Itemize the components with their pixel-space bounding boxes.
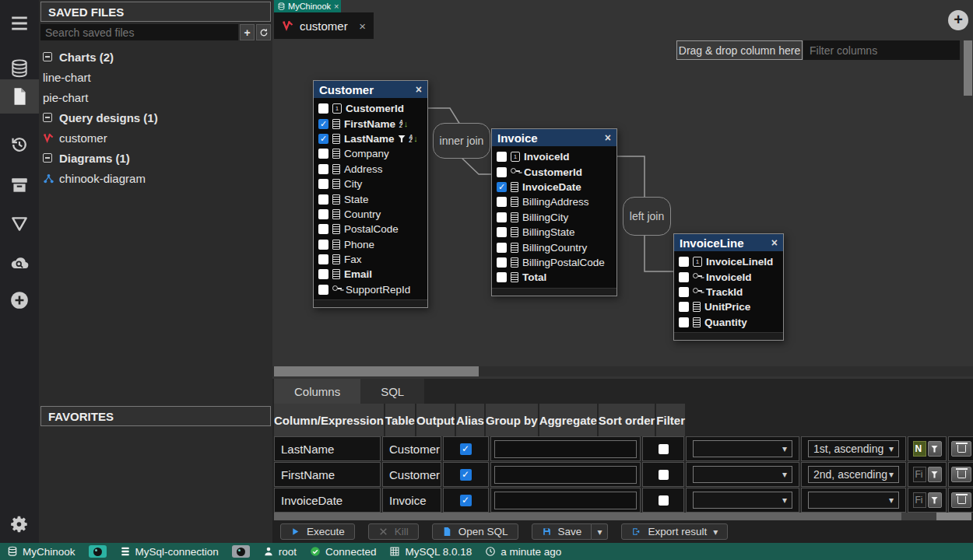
- scrollbar-thumb[interactable]: [274, 366, 479, 376]
- column-checkbox[interactable]: [318, 224, 328, 234]
- column-checkbox[interactable]: [679, 257, 689, 267]
- alias-input[interactable]: [494, 492, 637, 509]
- refresh-button[interactable]: [256, 24, 271, 40]
- add-table-button[interactable]: [948, 10, 968, 30]
- diagram-column-row[interactable]: BillingCity: [492, 210, 616, 225]
- alias-input[interactable]: [494, 440, 637, 458]
- history-icon[interactable]: [0, 128, 39, 162]
- collapse-icon[interactable]: [43, 52, 52, 61]
- column-checkbox[interactable]: [318, 103, 328, 114]
- bottom-tab[interactable]: Columns: [274, 379, 360, 404]
- status-server[interactable]: MySql-connection: [120, 546, 219, 558]
- close-icon[interactable]: [605, 131, 611, 144]
- tree-item[interactable]: pie-chart: [39, 87, 271, 107]
- column-checkbox[interactable]: [318, 240, 328, 250]
- filter-value-field[interactable]: Fi: [913, 492, 926, 508]
- cell-column-expression[interactable]: FirstName: [274, 462, 381, 487]
- tree-item[interactable]: customer: [39, 128, 271, 148]
- diagram-column-row[interactable]: Fax: [314, 252, 427, 267]
- tree-item[interactable]: Query designs (1): [39, 107, 271, 128]
- column-checkbox[interactable]: [318, 254, 328, 264]
- delete-row-button[interactable]: [951, 492, 971, 508]
- diagram-table-invoice[interactable]: Invoice InvoiceId CustomerId: [491, 128, 617, 296]
- column-checkbox[interactable]: [497, 182, 507, 192]
- delete-row-button[interactable]: [951, 467, 971, 482]
- column-checkbox[interactable]: [318, 194, 328, 205]
- column-checkbox[interactable]: [679, 287, 689, 297]
- filter-value-field[interactable]: Fi: [913, 467, 926, 482]
- filter-funnel-button[interactable]: [928, 441, 942, 457]
- diagram-column-row[interactable]: FirstName: [314, 116, 427, 131]
- drag-drop-target[interactable]: Drag & drop column here: [676, 40, 803, 60]
- output-checkbox[interactable]: [460, 443, 472, 455]
- tree-item[interactable]: chinook-diagram: [39, 168, 271, 188]
- bottom-tab[interactable]: SQL: [360, 379, 424, 404]
- alias-input[interactable]: [494, 466, 637, 484]
- collapse-icon[interactable]: [43, 153, 52, 163]
- column-checkbox[interactable]: [497, 152, 507, 162]
- status-connected[interactable]: Connected: [310, 546, 376, 558]
- column-checkbox[interactable]: [497, 243, 507, 253]
- column-checkbox[interactable]: [318, 285, 328, 295]
- status-connection[interactable]: MyChinook: [7, 546, 76, 558]
- close-icon[interactable]: [416, 83, 422, 96]
- tree-item[interactable]: Charts (2): [39, 47, 271, 67]
- diagram-column-row[interactable]: CustomerId: [314, 101, 427, 116]
- diagram-column-row[interactable]: PostalCode: [314, 222, 427, 236]
- diagram-column-row[interactable]: InvoiceLineId: [674, 254, 783, 269]
- execute-button[interactable]: Execute: [280, 523, 355, 540]
- canvas-vertical-scrollbar[interactable]: [964, 40, 972, 96]
- sort-order-select[interactable]: [808, 492, 899, 509]
- column-checkbox[interactable]: [497, 272, 507, 282]
- delete-row-button[interactable]: [951, 441, 971, 457]
- save-button[interactable]: Save: [532, 523, 592, 540]
- status-version[interactable]: MySQL 8.0.18: [389, 546, 472, 558]
- close-icon[interactable]: [359, 19, 366, 33]
- output-checkbox[interactable]: [460, 469, 472, 481]
- table-header[interactable]: Invoice: [492, 129, 616, 146]
- aggregate-select[interactable]: [693, 492, 792, 509]
- diagram-column-row[interactable]: TrackId: [674, 285, 783, 299]
- archive-icon[interactable]: [0, 168, 39, 202]
- diagram-column-row[interactable]: BillingAddress: [492, 194, 616, 209]
- tab-connection[interactable]: MyChinook: [274, 0, 341, 12]
- diagram-column-row[interactable]: Phone: [314, 237, 427, 252]
- column-checkbox[interactable]: [318, 269, 328, 279]
- settings-gear-icon[interactable]: [0, 507, 39, 541]
- diagram-column-row[interactable]: InvoiceDate: [492, 180, 616, 194]
- add-circle-icon[interactable]: [0, 283, 39, 317]
- diagram-column-row[interactable]: UnitPrice: [674, 299, 783, 314]
- files-icon[interactable]: [0, 79, 39, 114]
- query-design-canvas[interactable]: MyChinook customer Drag & drop column he…: [272, 0, 973, 379]
- diagram-column-row[interactable]: InvoiceId: [492, 149, 616, 164]
- close-icon[interactable]: [334, 2, 339, 11]
- diagram-column-row[interactable]: Total: [492, 270, 616, 285]
- table-header[interactable]: Customer: [314, 81, 427, 98]
- filter-value-field[interactable]: N: [913, 441, 926, 457]
- status-user[interactable]: root: [263, 546, 297, 558]
- aggregate-select[interactable]: [693, 440, 792, 457]
- column-checkbox[interactable]: [318, 119, 328, 129]
- diagram-column-row[interactable]: BillingState: [492, 225, 616, 240]
- column-checkbox[interactable]: [497, 197, 507, 207]
- open-sql-button[interactable]: Open SQL: [432, 523, 518, 540]
- cloud-search-icon[interactable]: [0, 246, 39, 280]
- cell-table[interactable]: Customer: [382, 462, 441, 487]
- column-checkbox[interactable]: [679, 272, 689, 282]
- diagram-column-row[interactable]: Country: [314, 207, 427, 222]
- diagram-column-row[interactable]: CustomerId: [492, 164, 616, 179]
- diagram-column-row[interactable]: SupportRepId: [314, 282, 427, 297]
- filter-funnel-button[interactable]: [928, 467, 942, 482]
- table-header[interactable]: InvoiceLine: [674, 234, 783, 251]
- tree-item[interactable]: line-chart: [39, 67, 271, 87]
- column-checkbox[interactable]: [497, 227, 507, 237]
- diagram-column-row[interactable]: Company: [314, 146, 427, 161]
- diagram-column-row[interactable]: State: [314, 191, 427, 206]
- join-label-inner[interactable]: inner join: [433, 123, 490, 159]
- status-last-run[interactable]: a minute ago: [485, 546, 561, 558]
- menu-icon[interactable]: [0, 6, 39, 40]
- group-by-checkbox[interactable]: [659, 444, 669, 454]
- save-menu-button[interactable]: [592, 523, 608, 540]
- column-checkbox[interactable]: [318, 209, 328, 219]
- diagram-column-row[interactable]: BillingPostalCode: [492, 255, 616, 270]
